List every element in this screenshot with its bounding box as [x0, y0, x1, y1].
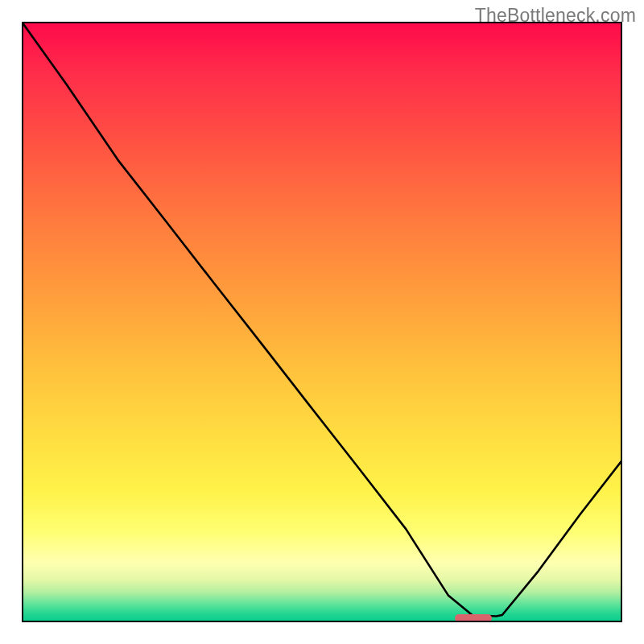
curve-path — [22, 22, 622, 617]
line-series — [22, 22, 622, 622]
optimal-marker — [455, 614, 492, 622]
chart-container: TheBottleneck.com — [0, 0, 644, 644]
plot-area — [22, 22, 622, 622]
